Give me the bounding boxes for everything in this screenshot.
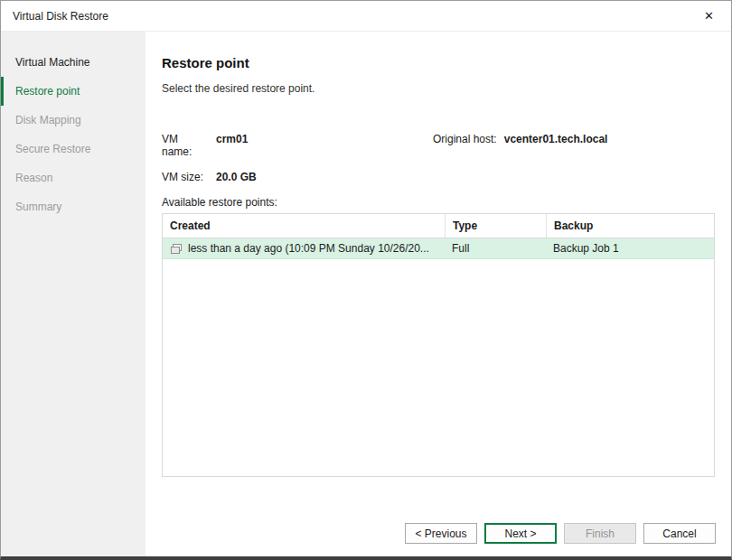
sidebar-item-label: Restore point: [15, 85, 80, 98]
wizard-footer: < Previous Next > Finish Cancel: [405, 523, 716, 544]
close-icon[interactable]: ✕: [699, 6, 718, 25]
sidebar-item-reason: Reason: [1, 163, 145, 192]
page-subtitle: Select the desired restore point.: [162, 82, 715, 95]
wizard-page-restore-point: Restore point Select the desired restore…: [145, 32, 731, 556]
page-title: Restore point: [162, 55, 715, 70]
sidebar-item-summary: Summary: [1, 192, 145, 221]
vm-name-value: crm01: [216, 133, 248, 158]
cancel-button[interactable]: Cancel: [643, 523, 716, 544]
original-host-label: Original host:: [433, 133, 497, 158]
window-title: Virtual Disk Restore: [13, 10, 108, 23]
titlebar: Virtual Disk Restore ✕: [1, 1, 731, 32]
vm-name-label: VM name:: [162, 133, 209, 158]
previous-button[interactable]: < Previous: [405, 523, 477, 544]
column-header-created[interactable]: Created: [163, 214, 445, 238]
table-header: Created Type Backup: [163, 214, 714, 238]
sidebar-item-disk-mapping: Disk Mapping: [1, 106, 145, 135]
next-button[interactable]: Next >: [484, 523, 557, 544]
restore-point-type: Full: [445, 242, 546, 255]
restore-points-caption: Available restore points:: [162, 196, 715, 209]
vm-info-row-2: VM size: 20.0 GB: [162, 171, 715, 183]
vm-size-label: VM size:: [162, 171, 209, 183]
sidebar-item-restore-point[interactable]: Restore point: [1, 77, 145, 106]
sidebar-item-label: Virtual Machine: [15, 56, 90, 69]
sidebar-item-label: Secure Restore: [15, 143, 90, 155]
vm-size-value: 20.0 GB: [216, 171, 257, 183]
restore-point-created: less than a day ago (10:09 PM Sunday 10/…: [188, 242, 429, 255]
table-row[interactable]: less than a day ago (10:09 PM Sunday 10/…: [163, 238, 714, 259]
restore-point-backup: Backup Job 1: [546, 242, 714, 255]
original-host-value: vcenter01.tech.local: [504, 133, 608, 158]
sidebar-item-label: Reason: [15, 172, 52, 184]
restore-point-icon: [170, 243, 183, 255]
sidebar-item-virtual-machine[interactable]: Virtual Machine: [1, 48, 145, 77]
sidebar-item-label: Summary: [15, 201, 61, 213]
sidebar-item-secure-restore: Secure Restore: [1, 135, 145, 163]
virtual-disk-restore-window: Virtual Disk Restore ✕ Virtual Machine R…: [0, 0, 732, 560]
column-header-type[interactable]: Type: [445, 214, 546, 238]
column-header-backup[interactable]: Backup: [546, 214, 714, 238]
restore-points-table: Created Type Backup less than a day ago …: [162, 213, 715, 477]
vm-info-row-1: VM name: crm01 Original host: vcenter01.…: [162, 133, 715, 158]
sidebar-item-label: Disk Mapping: [15, 114, 81, 126]
wizard-steps-sidebar: Virtual Machine Restore point Disk Mappi…: [1, 32, 145, 556]
finish-button: Finish: [564, 523, 636, 544]
